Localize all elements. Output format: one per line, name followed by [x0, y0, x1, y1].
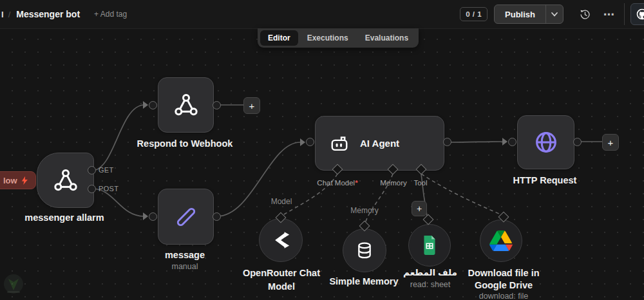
- history-icon: [579, 8, 591, 21]
- breadcrumb[interactable]: l: [1, 10, 4, 19]
- node-simple-memory[interactable]: [343, 229, 386, 272]
- node-label: HTTP Request: [474, 174, 616, 187]
- node-label: messenger allarm: [0, 212, 135, 224]
- node-label: Download file in Google Drive: [433, 267, 574, 292]
- output-port-post[interactable]: [88, 185, 96, 193]
- hint-label-model: Model: [243, 197, 320, 206]
- node-http-request[interactable]: [517, 115, 574, 169]
- node-label-line2: Google Drive: [433, 279, 574, 292]
- publish-label[interactable]: Publish: [495, 5, 545, 23]
- github-button[interactable]: [630, 3, 644, 25]
- node-inline-label: AI Agent: [360, 138, 399, 149]
- edit-pencil-icon: [172, 203, 200, 231]
- output-label-post: POST: [99, 185, 118, 192]
- breadcrumb-separator: /: [8, 10, 11, 19]
- add-node-button[interactable]: +: [243, 97, 260, 114]
- add-node-button[interactable]: +: [602, 134, 619, 151]
- add-tool-button[interactable]: +: [412, 201, 427, 216]
- tab-evaluations[interactable]: Evaluations: [357, 30, 416, 46]
- node-respond-to-webhook[interactable]: [158, 77, 214, 133]
- globe-icon: [533, 129, 560, 156]
- google-sheets-icon: [421, 235, 438, 256]
- plus-icon: +: [608, 137, 614, 148]
- input-port[interactable]: [306, 138, 314, 146]
- output-port[interactable]: [573, 138, 582, 146]
- chevron-down-icon: [551, 12, 558, 17]
- node-google-drive[interactable]: [480, 220, 522, 262]
- header-divider: [624, 3, 625, 25]
- output-port-get[interactable]: [88, 166, 96, 174]
- node-label: Respond to Webhook: [114, 138, 256, 150]
- input-port[interactable]: [508, 138, 516, 146]
- github-icon: [636, 8, 644, 21]
- output-port[interactable]: [213, 212, 221, 221]
- database-icon: [354, 240, 375, 261]
- tab-editor[interactable]: Editor: [260, 30, 298, 46]
- version-count-badge[interactable]: 0 / 1: [460, 7, 488, 21]
- google-drive-icon: [489, 230, 513, 251]
- node-messenger-allarm[interactable]: [37, 153, 94, 208]
- node-subtitle: download: file: [433, 292, 574, 300]
- workflow-tab-badge-label: low: [3, 176, 17, 185]
- node-google-sheets[interactable]: [408, 224, 451, 267]
- input-port[interactable]: [149, 212, 157, 221]
- history-button[interactable]: [578, 7, 592, 21]
- output-label-get: GET: [99, 166, 114, 174]
- add-tag-button[interactable]: + Add tag: [94, 10, 127, 19]
- more-options-button[interactable]: ⋯: [603, 8, 615, 21]
- workflow-title[interactable]: Messenger bot: [16, 9, 80, 19]
- lightning-icon: [20, 176, 30, 185]
- webhook-icon: [173, 92, 199, 118]
- node-label: message: [114, 249, 256, 261]
- top-bar: l / Messenger bot + Add tag 0 / 1 Publis…: [0, 0, 644, 29]
- view-tabs: Editor Executions Evaluations: [258, 28, 419, 48]
- node-label-line1: Download file in: [433, 267, 574, 279]
- plus-icon: +: [417, 203, 422, 214]
- watermark-logo: [2, 273, 25, 299]
- webhook-icon: [53, 167, 79, 193]
- robot-icon: [328, 132, 351, 155]
- output-port[interactable]: [213, 101, 221, 109]
- plus-icon: +: [249, 100, 255, 111]
- openrouter-icon: [271, 230, 290, 250]
- tab-executions[interactable]: Executions: [299, 30, 356, 46]
- node-openrouter-chat-model[interactable]: [259, 218, 303, 262]
- node-message[interactable]: [158, 189, 214, 245]
- output-port[interactable]: [443, 138, 451, 146]
- publish-button[interactable]: Publish: [494, 5, 564, 24]
- input-port[interactable]: [149, 101, 157, 109]
- port-label-tool: Tool: [369, 179, 472, 187]
- publish-dropdown-button[interactable]: [545, 5, 563, 23]
- workflow-tab-badge[interactable]: low: [0, 171, 36, 189]
- node-ai-agent[interactable]: AI Agent: [315, 116, 444, 171]
- hint-label-memory: Memory: [326, 206, 403, 215]
